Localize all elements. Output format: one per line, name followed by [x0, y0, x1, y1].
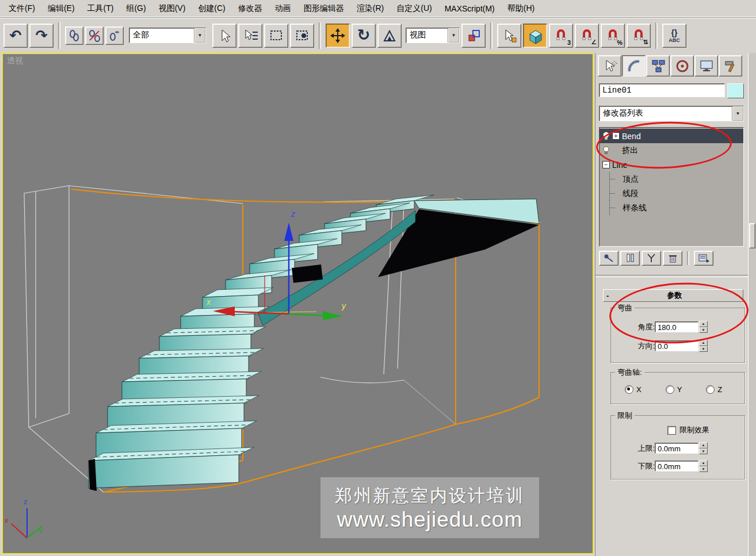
tab-hierarchy[interactable] — [646, 55, 670, 76]
move-icon — [330, 28, 346, 44]
limit-effect-label: 限制效果 — [679, 425, 709, 435]
axis-z-label: Z — [717, 385, 722, 394]
object-name-field[interactable]: Line01 — [599, 83, 725, 97]
spinner-snap-button[interactable]: ⇅ — [627, 24, 651, 48]
configure-modifier-sets-button[interactable] — [694, 251, 713, 266]
stack-row-spline[interactable]: 样条线 — [600, 201, 743, 215]
menu-file[interactable]: 文件(F) — [2, 1, 41, 17]
pin-stack-button[interactable] — [599, 251, 618, 266]
menu-create[interactable]: 创建(C) — [192, 1, 231, 17]
menu-edit[interactable]: 编辑(E) — [41, 1, 81, 17]
upper-limit-spinner[interactable]: ▲ ▼ — [699, 442, 708, 454]
rectangular-selection-region-button[interactable] — [264, 24, 288, 48]
object-color-swatch[interactable] — [727, 83, 744, 98]
menu-views[interactable]: 视图(V) — [152, 1, 192, 17]
dropdown-arrow-icon[interactable]: ▼ — [448, 28, 459, 43]
menu-group[interactable]: 组(G) — [120, 1, 152, 17]
tab-display[interactable] — [694, 55, 718, 76]
show-end-result-button[interactable] — [620, 251, 640, 266]
tripod-x-label: x — [5, 516, 9, 524]
limit-effect-checkbox[interactable] — [667, 426, 676, 435]
staircase-model — [89, 195, 539, 491]
direction-spinner[interactable]: ▲ ▼ — [699, 340, 708, 352]
select-by-name-button[interactable] — [238, 24, 262, 48]
spinner-down-icon[interactable]: ▼ — [699, 346, 708, 352]
spinner-down-icon[interactable]: ▼ — [699, 466, 708, 473]
select-and-manipulate-button[interactable] — [497, 24, 521, 48]
menu-help[interactable]: 帮助(H) — [501, 1, 541, 17]
rollout-collapse-icon[interactable]: - — [606, 292, 614, 300]
reference-coordinate-dropdown[interactable]: 视图 ▼ — [406, 28, 460, 43]
unlink-selection-button[interactable] — [85, 26, 104, 45]
dropdown-arrow-icon[interactable]: ▼ — [732, 106, 743, 121]
percent-snap-badge: % — [617, 39, 623, 46]
panel-scrollbar-thumb[interactable] — [749, 223, 755, 248]
remove-modifier-button[interactable] — [663, 251, 682, 266]
tab-create[interactable] — [598, 55, 621, 76]
stack-row-bend[interactable]: + Bend — [600, 129, 743, 143]
menu-customize[interactable]: 自定义(U) — [390, 1, 438, 17]
expand-plus-icon[interactable]: + — [612, 132, 620, 140]
snap-toggle-button[interactable]: 3 — [549, 24, 573, 48]
select-and-move-button[interactable] — [326, 24, 350, 48]
menu-rendering[interactable]: 渲染(R) — [350, 1, 390, 17]
select-object-button[interactable] — [212, 24, 236, 48]
parameters-rollout-header[interactable]: - 参数 — [603, 289, 743, 302]
stack-row-segment[interactable]: 线段 — [600, 186, 743, 201]
tab-motion[interactable] — [670, 55, 694, 76]
undo-icon: ↶ — [10, 28, 22, 43]
use-pivot-point-button[interactable] — [461, 24, 486, 48]
lower-limit-field[interactable]: 0.0mm — [655, 461, 698, 471]
panel-divider — [595, 275, 749, 277]
spinner-up-icon[interactable]: ▲ — [699, 460, 708, 466]
spinner-down-icon[interactable]: ▼ — [699, 327, 708, 333]
modifier-list-dropdown[interactable]: 修改器列表 ▼ — [599, 106, 744, 121]
lower-limit-label: 下限: — [621, 461, 655, 471]
angle-snap-button[interactable]: ∠ — [575, 24, 599, 48]
axis-y-radio[interactable] — [666, 385, 674, 394]
redo-button[interactable]: ↷ — [29, 24, 54, 48]
lower-limit-spinner[interactable]: ▲ ▼ — [699, 460, 708, 472]
menu-modifiers[interactable]: 修改器 — [232, 1, 269, 17]
angle-field[interactable]: 180.0 — [655, 321, 698, 332]
panel-scrollbar[interactable] — [748, 53, 756, 556]
axis-z-radio[interactable] — [706, 385, 715, 394]
bind-to-spacewarp-button[interactable] — [105, 26, 124, 45]
spinner-down-icon[interactable]: ▼ — [699, 448, 708, 455]
spinner-up-icon[interactable]: ▲ — [699, 340, 708, 346]
keyboard-shortcut-override-button[interactable] — [523, 24, 547, 48]
lightbulb-icon[interactable] — [602, 146, 610, 155]
viewport-perspective[interactable]: 透视 — [2, 53, 594, 554]
stack-row-extrude[interactable]: 挤出 — [600, 143, 743, 158]
dropdown-arrow-icon[interactable]: ▼ — [194, 28, 205, 43]
menu-graph-editors[interactable]: 图形编辑器 — [297, 1, 350, 17]
select-and-link-button[interactable] — [65, 26, 83, 45]
selection-filter-dropdown[interactable]: 全部 ▼ — [129, 28, 206, 43]
percent-snap-button[interactable]: % — [601, 24, 625, 48]
rotate-icon: ↻ — [357, 28, 371, 43]
tab-modify[interactable] — [622, 55, 646, 76]
stack-row-line[interactable]: − Line — [600, 158, 743, 172]
undo-button[interactable]: ↶ — [3, 24, 28, 48]
upper-limit-field[interactable]: 0.0mm — [655, 443, 698, 454]
select-and-scale-button[interactable] — [377, 24, 402, 48]
menu-tools[interactable]: 工具(T) — [81, 1, 120, 17]
stack-row-vertex[interactable]: 顶点 — [600, 172, 743, 186]
bend-axis-group: 弯曲轴: X Y Z — [610, 372, 745, 404]
command-panel-tabs — [598, 55, 742, 76]
collapse-minus-icon[interactable]: − — [602, 161, 610, 168]
spinner-up-icon[interactable]: ▲ — [699, 442, 708, 448]
direction-field[interactable]: 0.0 — [655, 340, 698, 351]
axis-x-radio[interactable] — [625, 385, 633, 394]
viewport-label[interactable]: 透视 — [7, 56, 23, 66]
tab-utilities[interactable] — [719, 55, 742, 76]
named-selection-sets-button[interactable]: {} ABC — [662, 24, 686, 48]
menu-animation[interactable]: 动画 — [269, 1, 297, 17]
select-and-rotate-button[interactable]: ↻ — [352, 24, 376, 48]
window-crossing-button[interactable] — [290, 24, 314, 48]
lightbulb-icon[interactable] — [602, 132, 610, 140]
make-unique-button[interactable] — [642, 251, 661, 266]
menu-maxscript[interactable]: MAXScript(M) — [438, 1, 501, 16]
angle-spinner[interactable]: ▲ ▼ — [699, 321, 708, 333]
spinner-up-icon[interactable]: ▲ — [699, 321, 708, 327]
